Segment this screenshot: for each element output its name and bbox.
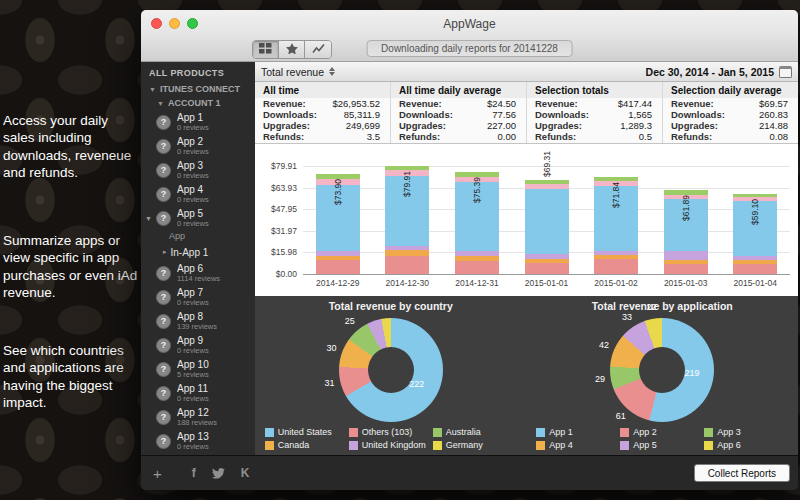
- stats-row: Refunds:3.5: [255, 131, 390, 142]
- k-logo-icon[interactable]: K: [241, 466, 250, 480]
- stat-value: 260.83: [759, 109, 788, 120]
- app-placeholder-icon: ?: [156, 163, 171, 178]
- collect-reports-button[interactable]: Collect Reports: [694, 464, 790, 482]
- sidebar-item-app-5[interactable]: ▼?App 50 reviews: [141, 206, 255, 230]
- y-axis-tick: $15.98: [255, 247, 297, 257]
- stat-label: Upgrades:: [263, 120, 310, 131]
- donut-value-label: 30: [321, 343, 341, 353]
- sidebar-item-app-13[interactable]: ?App 130 reviews: [141, 429, 255, 453]
- date-range-control[interactable]: Dec 30, 2014 - Jan 5, 2015: [646, 66, 792, 78]
- sidebar-item-app-11[interactable]: ?App 110 reviews: [141, 381, 255, 405]
- app-placeholder-icon: ?: [156, 139, 171, 154]
- disclosure-open-icon[interactable]: ▼: [149, 86, 156, 93]
- stat-value: 0.5: [639, 131, 652, 142]
- stats-row: Upgrades:249,699: [255, 120, 390, 131]
- stat-label: Downloads:: [263, 109, 317, 120]
- disclosure-open-icon[interactable]: ▼: [145, 215, 152, 222]
- add-account-button[interactable]: +: [149, 465, 166, 482]
- revenue-bar[interactable]: $79.91: [385, 166, 429, 274]
- close-button[interactable]: [151, 18, 162, 29]
- donut-value-label: 29: [590, 374, 610, 384]
- facebook-icon[interactable]: f: [192, 466, 196, 480]
- sidebar-item-app-1[interactable]: ?App 10 reviews: [141, 110, 255, 134]
- app-name: App 6: [177, 263, 220, 274]
- app-review-count: 0 reviews: [177, 147, 209, 156]
- star-icon: [286, 42, 298, 57]
- stats-column-title: All time: [255, 82, 390, 98]
- donut-value-label: 22: [642, 302, 662, 312]
- legend-label: Canada: [278, 440, 310, 450]
- stat-label: Downloads:: [671, 109, 725, 120]
- stats-column: All timeRevenue:$26,953.52Downloads:85,3…: [255, 82, 391, 143]
- revenue-bar[interactable]: $71.84: [594, 177, 638, 274]
- app-placeholder-icon: ?: [156, 386, 171, 401]
- legend-label: Others (103): [362, 427, 413, 437]
- revenue-bar[interactable]: $61.89: [664, 190, 708, 274]
- donut-ring[interactable]: 222313025: [339, 318, 443, 422]
- legend-label: Germany: [446, 440, 483, 450]
- sidebar: ALL PRODUCTS ▼ ITUNES CONNECT ▼ ACCOUNT …: [141, 62, 255, 455]
- reviews-view-button[interactable]: [279, 41, 305, 58]
- stat-value: $24.50: [487, 98, 516, 109]
- dashboard-view-button[interactable]: [253, 41, 279, 58]
- stats-column-title: Selection daily average: [663, 82, 798, 98]
- stat-value: 249,699: [346, 120, 380, 131]
- revenue-bar[interactable]: $59.10: [733, 194, 777, 274]
- app-review-count: 0 reviews: [177, 394, 209, 403]
- bar-segment: [455, 261, 499, 274]
- sidebar-item-app-4[interactable]: ?App 40 reviews: [141, 182, 255, 206]
- twitter-icon[interactable]: [212, 468, 225, 479]
- sidebar-group-account-1[interactable]: ▼ ACCOUNT 1: [141, 96, 255, 110]
- sidebar-group-itunes-connect[interactable]: ▼ ITUNES CONNECT: [141, 82, 255, 96]
- donut-ring[interactable]: 2196129423322: [610, 318, 714, 422]
- app-placeholder-icon: ?: [156, 362, 171, 377]
- sidebar-item-in-app-1[interactable]: ▸In-App 1: [141, 243, 255, 261]
- sidebar-item-app-3[interactable]: ?App 30 reviews: [141, 158, 255, 182]
- revenue-bar[interactable]: $73.90: [316, 174, 360, 274]
- stats-row: Downloads:260.83: [663, 109, 798, 120]
- app-name: App 10: [177, 359, 209, 370]
- y-axis-tick: $79.91: [255, 161, 297, 171]
- sidebar-item-all-products[interactable]: ALL PRODUCTS: [141, 62, 255, 82]
- minimize-button[interactable]: [169, 18, 180, 29]
- revenue-bar[interactable]: $75.39: [455, 172, 499, 274]
- sidebar-item-app-8[interactable]: ?App 8139 reviews: [141, 309, 255, 333]
- status-field: Downloading daily reports for 20141228: [366, 40, 573, 57]
- zoom-button[interactable]: [187, 18, 198, 29]
- date-range-label: Dec 30, 2014 - Jan 5, 2015: [646, 66, 774, 78]
- sidebar-item-app-6[interactable]: ?App 61114 reviews: [141, 261, 255, 285]
- legend-item: United Kingdom: [349, 440, 433, 450]
- app-placeholder-icon: ?: [156, 338, 171, 353]
- disclosure-closed-icon[interactable]: ▸: [163, 248, 167, 256]
- stats-row: Downloads:1,565: [527, 109, 662, 120]
- donut-title: Total revenue by application: [527, 300, 799, 312]
- metric-selector[interactable]: Total revenue: [261, 66, 335, 78]
- app-placeholder-icon: ?: [156, 314, 171, 329]
- sidebar-item-app-9[interactable]: ?App 90 reviews: [141, 333, 255, 357]
- stat-label: Revenue:: [535, 98, 578, 109]
- charts-view-button[interactable]: [305, 41, 331, 58]
- sidebar-item-app-7[interactable]: ?App 70 reviews: [141, 285, 255, 309]
- sidebar-item-app-10[interactable]: ?App 105 reviews: [141, 357, 255, 381]
- view-segmented-control: [252, 40, 332, 59]
- app-review-count: 0 reviews: [177, 171, 209, 180]
- title-bar[interactable]: AppWage: [141, 10, 798, 37]
- revenue-bar[interactable]: $69.31: [525, 180, 569, 274]
- calendar-icon[interactable]: [779, 66, 792, 78]
- legend-item: App 6: [704, 440, 788, 450]
- marketing-para-impact: See which countries and applications are…: [3, 342, 140, 411]
- stat-label: Downloads:: [535, 109, 589, 120]
- disclosure-open-icon[interactable]: ▼: [157, 100, 164, 107]
- donut-value-label: 219: [682, 368, 702, 378]
- donut-value-label: 42: [594, 340, 614, 350]
- stats-row: Refunds:0.00: [391, 131, 526, 142]
- desktop-background: Access your daily sales including downlo…: [0, 0, 800, 500]
- sidebar-item-app-12[interactable]: ?App 12188 reviews: [141, 405, 255, 429]
- legend-swatch: [704, 428, 713, 437]
- app-review-count: 188 reviews: [177, 418, 217, 427]
- app-name: App 7: [177, 287, 209, 298]
- sidebar-item-app-2[interactable]: ?App 20 reviews: [141, 134, 255, 158]
- appwage-window: AppWage Downloading daily reports for 20…: [141, 10, 798, 490]
- legend-item: App 4: [536, 440, 620, 450]
- donut-value-label: 31: [319, 378, 339, 388]
